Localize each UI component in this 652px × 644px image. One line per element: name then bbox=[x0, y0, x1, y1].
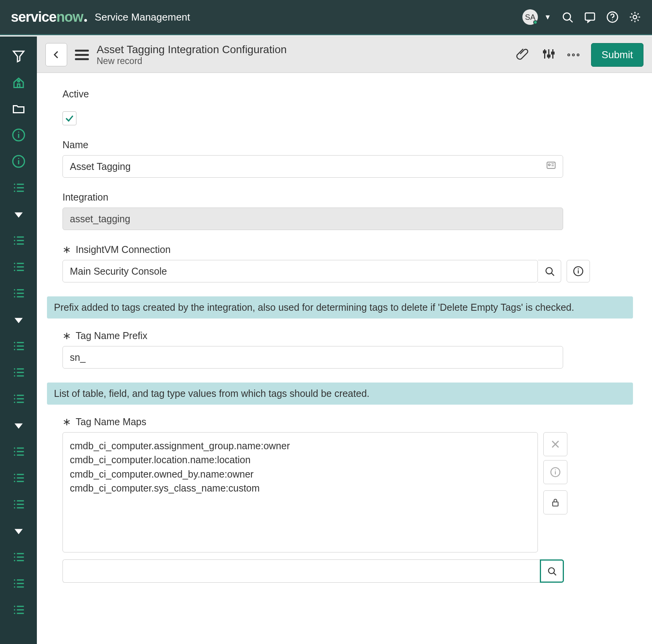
dropdown-icon[interactable] bbox=[11, 312, 26, 327]
info-icon[interactable] bbox=[11, 154, 26, 169]
logo: servicenow bbox=[11, 9, 87, 25]
list-icon[interactable] bbox=[11, 286, 26, 301]
list-icon[interactable] bbox=[11, 549, 26, 565]
menu-icon[interactable] bbox=[75, 48, 89, 62]
list-icon[interactable] bbox=[11, 602, 26, 618]
logo-dot-icon bbox=[84, 19, 87, 22]
list-icon[interactable] bbox=[11, 365, 26, 380]
clear-button[interactable] bbox=[543, 432, 567, 456]
attachment-icon[interactable] bbox=[516, 47, 530, 62]
presence-indicator-icon bbox=[533, 20, 538, 24]
page-subtitle: New record bbox=[97, 56, 287, 66]
integration-value: asset_tagging bbox=[70, 213, 130, 225]
form-body: Active Name Asset Tagging Integration as… bbox=[37, 73, 652, 644]
connection-value: Main Security Console bbox=[70, 266, 167, 277]
form-header: Asset Tagging Integration Configuration … bbox=[37, 36, 652, 73]
active-label: Active bbox=[62, 88, 636, 100]
settings-icon[interactable] bbox=[629, 11, 641, 23]
name-value: Asset Tagging bbox=[70, 161, 131, 172]
page-title: Asset Tagging Integration Configuration bbox=[97, 43, 287, 56]
maps-label: Tag Name Maps bbox=[62, 416, 636, 428]
dropdown-icon[interactable] bbox=[11, 523, 26, 538]
prefix-input[interactable]: sn_ bbox=[62, 346, 563, 369]
connection-lookup-button[interactable] bbox=[538, 260, 561, 282]
connection-label: InsightVM Connection bbox=[62, 244, 636, 255]
list-icon[interactable] bbox=[11, 180, 26, 196]
submit-button[interactable]: Submit bbox=[591, 43, 643, 67]
active-checkbox[interactable] bbox=[62, 111, 76, 125]
prefix-info-banner: Prefix added to tags created by the inte… bbox=[47, 296, 633, 319]
dropdown-icon[interactable] bbox=[11, 417, 26, 433]
required-icon bbox=[62, 246, 71, 254]
top-header: servicenow Service Management SA ▼ bbox=[0, 0, 652, 35]
logo-now: now bbox=[56, 9, 83, 25]
personalize-icon[interactable] bbox=[542, 47, 556, 62]
required-icon bbox=[62, 332, 71, 340]
integration-label: Integration bbox=[62, 192, 636, 203]
list-icon[interactable] bbox=[11, 233, 26, 248]
prefix-label: Tag Name Prefix bbox=[62, 330, 636, 341]
list-icon[interactable] bbox=[11, 470, 26, 486]
search-icon[interactable] bbox=[561, 11, 574, 23]
dropdown-icon[interactable] bbox=[11, 206, 26, 222]
required-icon bbox=[62, 418, 71, 426]
maps-search-button[interactable] bbox=[540, 559, 564, 583]
app-title: Service Management bbox=[95, 11, 190, 23]
connection-input[interactable]: Main Security Console bbox=[62, 260, 538, 282]
home-icon[interactable] bbox=[11, 74, 26, 90]
folder-icon[interactable] bbox=[11, 101, 26, 116]
list-icon[interactable] bbox=[11, 391, 26, 407]
chat-icon[interactable] bbox=[584, 11, 596, 23]
list-icon[interactable] bbox=[11, 497, 26, 512]
prefix-value: sn_ bbox=[70, 352, 85, 363]
help-icon[interactable] bbox=[606, 11, 619, 23]
list-icon[interactable] bbox=[11, 259, 26, 275]
more-actions-icon[interactable] bbox=[567, 54, 579, 56]
info-icon[interactable] bbox=[11, 127, 26, 143]
list-icon[interactable] bbox=[11, 444, 26, 459]
lock-button[interactable] bbox=[543, 490, 567, 514]
connection-info-button[interactable] bbox=[567, 260, 590, 282]
integration-input: asset_tagging bbox=[62, 208, 563, 230]
filter-icon[interactable] bbox=[11, 48, 26, 64]
maps-info-banner: List of table, field, and tag type value… bbox=[47, 383, 633, 405]
maps-textarea[interactable]: cmdb_ci_computer.assignment_group.name:o… bbox=[62, 432, 538, 552]
sidebar bbox=[0, 36, 37, 644]
list-icon[interactable] bbox=[11, 338, 26, 354]
logo-service: service bbox=[11, 9, 56, 25]
avatar-dropdown-icon[interactable]: ▼ bbox=[544, 13, 551, 21]
name-input[interactable]: Asset Tagging bbox=[62, 155, 563, 178]
card-icon[interactable] bbox=[546, 160, 557, 173]
avatar[interactable]: SA bbox=[522, 9, 538, 25]
maps-add-input[interactable] bbox=[62, 559, 540, 583]
list-icon[interactable] bbox=[11, 576, 26, 591]
info-button[interactable] bbox=[543, 460, 567, 484]
back-button[interactable] bbox=[45, 43, 67, 66]
name-label: Name bbox=[62, 139, 636, 151]
